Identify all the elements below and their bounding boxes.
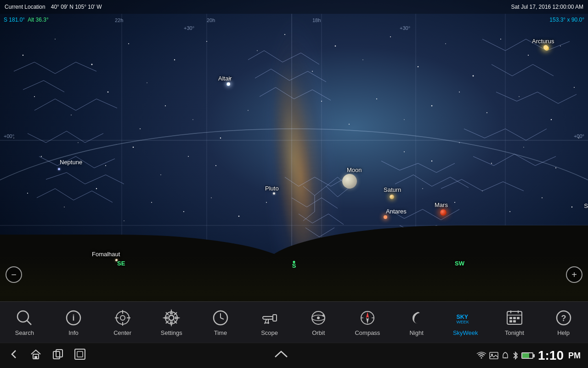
coordinates: 40° 09' N 105° 10' W — [51, 4, 102, 10]
svg-point-45 — [215, 165, 216, 166]
svg-rect-121 — [509, 320, 512, 322]
svg-marker-109 — [366, 318, 369, 324]
svg-point-21 — [71, 115, 72, 115]
svg-point-105 — [317, 316, 320, 319]
svg-rect-118 — [509, 317, 512, 319]
deg-plus30-2: +30° — [400, 25, 410, 31]
hour-label-18h: 18h — [312, 17, 321, 23]
fomalhaut-label: Fomalhaut — [92, 251, 120, 258]
toolbar-skyweek[interactable]: SKY WEEK SkyWeek — [447, 308, 484, 336]
toolbar-tonight[interactable]: Tonight — [496, 308, 533, 336]
svg-point-66 — [542, 197, 543, 198]
svg-point-63 — [454, 202, 455, 203]
svg-point-87 — [120, 316, 125, 320]
arcturus-label: Arcturus — [532, 38, 554, 45]
scope-label: Scope — [261, 329, 278, 336]
skyweek-label: SkyWeek — [453, 329, 478, 336]
back-button[interactable] — [7, 348, 20, 363]
svg-point-6 — [206, 41, 207, 42]
location-label: Current Location — [5, 4, 45, 10]
svg-point-42 — [133, 147, 134, 148]
saturn-dot[interactable] — [390, 195, 394, 199]
svg-marker-108 — [366, 312, 369, 318]
svg-point-49 — [491, 163, 492, 164]
screenshot-button[interactable] — [74, 348, 86, 363]
antares-dot[interactable] — [384, 215, 387, 219]
svg-rect-130 — [77, 351, 83, 357]
sw-label: SW — [455, 260, 464, 267]
moon-object[interactable] — [342, 174, 357, 189]
toolbar-info[interactable]: i Info — [55, 308, 92, 336]
toolbar-night[interactable]: Night — [398, 308, 435, 336]
scope-icon — [260, 308, 279, 328]
toolbar-compass[interactable]: Compass — [349, 308, 386, 336]
view-angle: 153.3° x 90.0° — [549, 17, 584, 23]
wifi-icon — [476, 351, 486, 360]
time-display: 1:10 — [538, 348, 564, 363]
deg-plus00-1: +00° — [4, 133, 14, 139]
svg-point-3 — [128, 43, 129, 44]
antares-label: Antares — [386, 208, 407, 215]
zoom-in-button[interactable]: + — [566, 266, 582, 283]
arcturus-dot[interactable] — [543, 45, 548, 50]
compass-icon — [358, 308, 377, 328]
svg-point-53 — [27, 193, 28, 194]
toolbar-settings[interactable]: Settings — [153, 308, 190, 336]
altair-dot[interactable] — [227, 82, 230, 86]
s-label: S — [292, 262, 296, 269]
compass-label: Compass — [355, 329, 380, 336]
toolbar-help[interactable]: ? Help — [545, 308, 582, 336]
svg-point-50 — [523, 147, 524, 147]
notification-icon — [501, 351, 509, 360]
svg-point-55 — [96, 188, 97, 189]
svg-text:?: ? — [561, 314, 566, 323]
direction-altitude: S 181.0° Alt 36.3° — [4, 17, 49, 23]
pluto-dot[interactable] — [273, 192, 275, 195]
s-partial-label: S — [584, 202, 588, 209]
svg-point-41 — [105, 165, 106, 166]
chevron-up-button[interactable] — [273, 348, 289, 363]
svg-point-43 — [160, 174, 161, 175]
night-label: Night — [409, 329, 423, 336]
svg-point-37 — [574, 87, 575, 88]
center-icon — [113, 308, 132, 328]
deg-plus00-2: +00° — [574, 133, 584, 139]
mars-dot[interactable] — [440, 209, 447, 216]
svg-point-18 — [528, 55, 529, 56]
info-icon: i — [64, 308, 83, 328]
svg-text:WEEK: WEEK — [457, 320, 469, 324]
zoom-out-button[interactable]: − — [6, 266, 22, 283]
neptune-dot[interactable] — [58, 168, 60, 170]
orbit-icon — [309, 308, 328, 328]
skyweek-icon: SKY WEEK — [456, 308, 475, 328]
svg-point-40 — [78, 142, 78, 143]
svg-point-92 — [169, 315, 174, 321]
search-label: Search — [15, 329, 34, 336]
tonight-label: Tonight — [505, 329, 524, 336]
toolbar-center[interactable]: Center — [104, 308, 141, 336]
svg-point-26 — [220, 138, 221, 138]
deg-plus30-1: +30° — [184, 25, 194, 31]
se-label: SE — [117, 260, 125, 267]
status-icons — [476, 351, 533, 360]
svg-point-13 — [390, 36, 391, 37]
recent-apps-button[interactable] — [51, 348, 64, 363]
svg-point-1 — [55, 39, 56, 40]
saturn-label: Saturn — [384, 186, 401, 193]
sky-view[interactable]: Current Location 40° 09' N 105° 10' W Sa… — [0, 0, 588, 320]
svg-point-82 — [17, 311, 28, 322]
svg-point-19 — [560, 46, 561, 46]
home-button[interactable] — [29, 348, 42, 363]
svg-point-34 — [486, 112, 487, 113]
toolbar-search[interactable]: Search — [6, 308, 43, 336]
svg-point-58 — [183, 211, 184, 212]
svg-point-64 — [482, 190, 482, 191]
svg-point-39 — [41, 156, 42, 157]
svg-point-17 — [500, 39, 501, 40]
altair-label: Altair — [218, 75, 232, 82]
toolbar-scope[interactable]: Scope — [251, 308, 288, 336]
toolbar-orbit[interactable]: Orbit — [300, 308, 337, 336]
svg-point-56 — [124, 220, 124, 221]
toolbar-time[interactable]: Time — [202, 308, 239, 336]
moon-label: Moon — [347, 167, 362, 173]
